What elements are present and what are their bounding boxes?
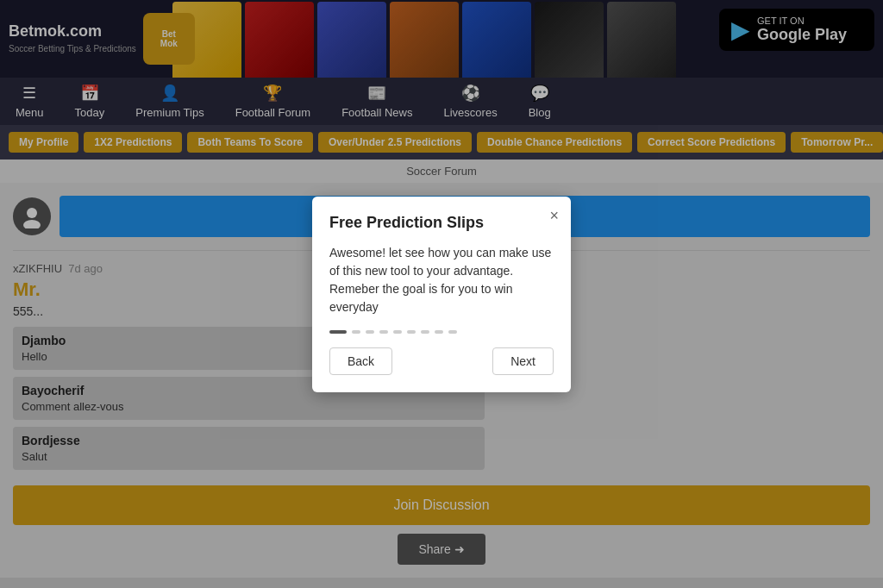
dot-8 — [435, 330, 443, 334]
modal: Free Prediction Slips × Awesome! let see… — [312, 197, 571, 392]
modal-close-button[interactable]: × — [549, 207, 559, 225]
dot-9 — [448, 330, 457, 334]
modal-dots — [329, 330, 554, 334]
modal-title: Free Prediction Slips — [329, 214, 554, 232]
dot-4 — [379, 330, 388, 334]
dot-2 — [352, 330, 360, 334]
dot-6 — [407, 330, 416, 334]
back-button[interactable]: Back — [329, 347, 392, 375]
modal-body: Awesome! let see how you can make use of… — [329, 244, 554, 316]
dot-5 — [393, 330, 402, 334]
dot-3 — [366, 330, 374, 334]
dot-7 — [421, 330, 429, 334]
modal-overlay: Free Prediction Slips × Awesome! let see… — [0, 0, 883, 588]
next-button[interactable]: Next — [492, 347, 554, 375]
modal-actions: Back Next — [329, 347, 554, 375]
dot-1 — [329, 330, 347, 334]
